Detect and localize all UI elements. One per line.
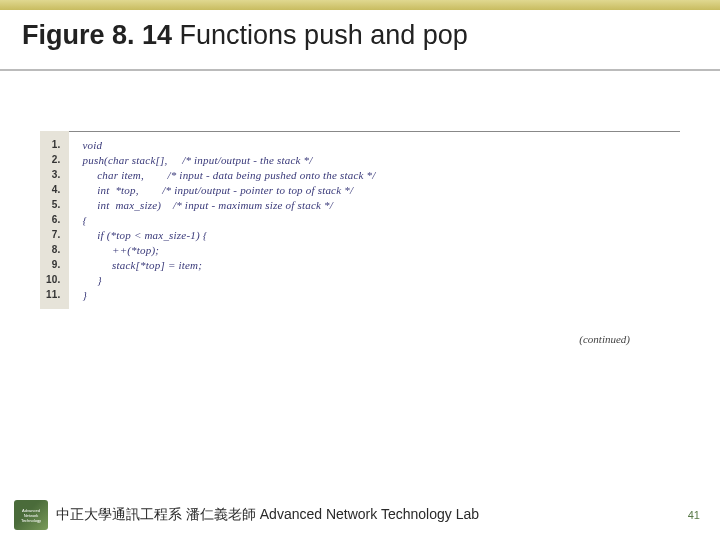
code-listing: 1.2.3.4.5.6.7.8.9.10.11. void push(char … [40,131,680,309]
line-numbers: 1.2.3.4.5.6.7.8.9.10.11. [40,131,69,309]
page-number: 41 [688,509,706,521]
footer-text: 中正大學通訊工程系 潘仁義老師 Advanced Network Technol… [56,506,688,524]
lab-logo-icon: AdvancedNetworkTechnology [14,500,48,530]
title-area: Figure 8. 14 Functions push and pop [0,10,720,71]
page-title: Figure 8. 14 Functions push and pop [22,20,698,51]
footer-zh: 中正大學通訊工程系 潘仁義老師 [56,506,260,522]
footer-en: Advanced Network Technology Lab [260,506,479,522]
top-border [0,0,720,10]
footer: AdvancedNetworkTechnology 中正大學通訊工程系 潘仁義老… [0,500,720,530]
figure-number: Figure 8. 14 [22,20,172,50]
content: 1.2.3.4.5.6.7.8.9.10.11. void push(char … [0,71,720,345]
continued-label: (continued) [40,309,680,345]
code-lines: void push(char stack[], /* input/output … [69,131,680,309]
figure-caption: Functions push and pop [172,20,468,50]
